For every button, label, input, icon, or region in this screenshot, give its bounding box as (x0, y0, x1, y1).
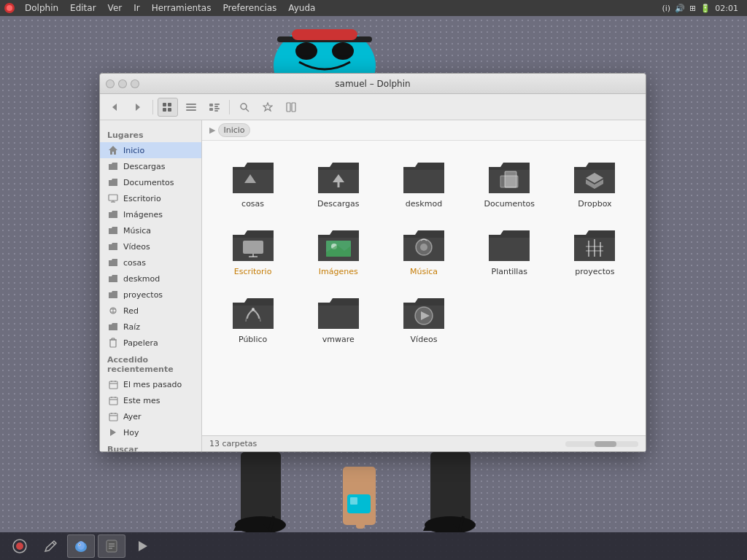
folder-label: proyectos (575, 267, 614, 276)
folder-cosas[interactable]: cosas (214, 152, 292, 213)
folder-label: Público (239, 335, 267, 344)
folder-plantillas[interactable]: Plantillas (471, 220, 549, 281)
list-view-button[interactable] (181, 98, 201, 117)
sidebar-item-cosas[interactable]: cosas (100, 254, 201, 271)
sidebar-item-documentos[interactable]: Documentos (100, 174, 201, 190)
svg-rect-5 (168, 103, 171, 106)
calendar-icon (107, 394, 119, 406)
volume-icon: 🔊 (675, 4, 685, 13)
svg-rect-20 (287, 103, 290, 112)
back-button[interactable] (104, 98, 125, 117)
sidebar-item-este-mes[interactable]: Este mes (100, 392, 201, 408)
folder-icon (107, 257, 119, 268)
taskbar-play[interactable] (128, 534, 156, 558)
taskbar-pencil[interactable] (36, 534, 64, 558)
taskbar-dolphin[interactable] (67, 534, 95, 558)
play-icon (107, 427, 119, 438)
menu-ir[interactable]: Ir (128, 1, 145, 15)
folder-icon (107, 273, 119, 284)
svg-point-93 (77, 541, 85, 550)
sidebar-item-deskmod[interactable]: deskmod (100, 271, 201, 287)
taskbar (0, 532, 747, 560)
window-toolbar (100, 94, 646, 120)
folder-imagenes[interactable]: Imágenes (299, 220, 377, 281)
menubar-right: (i) 🔊 ⊞ 🔋 02:01 (662, 4, 744, 13)
search-button[interactable] (234, 98, 255, 117)
sidebar-label: Escritorio (123, 194, 161, 203)
close-button[interactable] (106, 79, 115, 88)
menu-herramientas[interactable]: Herramientas (146, 1, 217, 15)
folder-label: Vídeos (411, 335, 438, 344)
scrollbar[interactable] (565, 441, 638, 447)
folder-icon (107, 160, 119, 172)
svg-rect-11 (209, 104, 213, 106)
maximize-button[interactable] (131, 79, 139, 88)
folder-icon (107, 241, 119, 252)
svg-marker-2 (112, 104, 117, 111)
svg-marker-19 (263, 103, 272, 111)
sidebar-section-recientes: Accedido recientemente (100, 351, 201, 376)
folder-dropbox[interactable]: Dropbox (556, 152, 634, 213)
menu-editar[interactable]: Editar (64, 1, 102, 15)
sidebar-item-mes-pasado[interactable]: El mes pasado (100, 376, 201, 392)
sidebar-label: Raíz (123, 322, 140, 332)
forward-button[interactable] (128, 98, 148, 117)
folder-descargas[interactable]: Descargas (299, 152, 377, 213)
svg-point-95 (79, 544, 80, 545)
window-buttons (106, 79, 139, 88)
sidebar-item-papelera[interactable]: Papelera (100, 335, 201, 351)
bookmarks-button[interactable] (258, 98, 278, 117)
sidebar-item-red[interactable]: Red (100, 303, 201, 319)
folder-label: cosas (241, 199, 264, 209)
taskbar-file[interactable] (98, 534, 125, 558)
sidebar-label: Este mes (123, 396, 160, 405)
sidebar-item-videos[interactable]: Vídeos (100, 238, 201, 254)
sidebar-item-imagenes[interactable]: Imágenes (100, 206, 201, 222)
sidebar-label: Vídeos (123, 242, 150, 252)
taskbar-record[interactable] (6, 534, 34, 558)
sidebar-label: Descargas (123, 162, 166, 171)
sidebar-item-musica[interactable]: Música (100, 222, 201, 238)
sidebar-item-ayer[interactable]: Ayer (100, 408, 201, 424)
folder-deskmod[interactable]: deskmod (384, 152, 462, 213)
folder-escritorio[interactable]: Escritorio (214, 220, 292, 281)
svg-point-63 (420, 244, 427, 251)
svg-point-69 (252, 308, 255, 311)
icons-view-button[interactable] (158, 98, 178, 117)
folder-documentos[interactable]: Documentos (471, 152, 549, 213)
menu-dolphin[interactable]: Dolphin (19, 1, 64, 15)
sidebar-item-escritorio[interactable]: Escritorio (100, 190, 201, 206)
folder-proyectos[interactable]: proyectos (556, 220, 634, 281)
sidebar-section-lugares: Lugares (100, 126, 201, 142)
svg-rect-16 (214, 110, 218, 112)
panels-button[interactable] (281, 98, 301, 117)
sidebar-item-hoy[interactable]: Hoy (100, 424, 201, 440)
svg-marker-47 (110, 429, 116, 436)
sidebar-label: cosas (123, 258, 146, 268)
folder-videos[interactable]: Vídeos (384, 288, 462, 349)
svg-point-17 (241, 104, 247, 109)
menu-preferencias[interactable]: Preferencias (217, 1, 282, 15)
sidebar-item-descargas[interactable]: Descargas (100, 158, 201, 174)
toolbar-sep-1 (152, 100, 153, 114)
window-title: samuel – Dolphin (335, 79, 410, 89)
sidebar-item-proyectos[interactable]: proyectos (100, 287, 201, 303)
folder-label: Escritorio (234, 267, 272, 276)
menu-ayuda[interactable]: Ayuda (282, 1, 321, 15)
folder-icon (107, 321, 119, 332)
sidebar-item-raiz[interactable]: Raíz (100, 319, 201, 335)
sidebar-label: Música (123, 226, 151, 236)
details-view-button[interactable] (204, 98, 225, 117)
folder-label: deskmod (406, 199, 442, 209)
menu-ver[interactable]: Ver (102, 1, 128, 15)
battery-icon: 🔋 (700, 4, 711, 13)
breadcrumb-inicio[interactable]: Inicio (218, 123, 249, 137)
svg-rect-6 (163, 108, 166, 112)
folder-publico[interactable]: Público (214, 288, 292, 349)
file-grid: cosas Descargas (202, 141, 646, 435)
sidebar-item-inicio[interactable]: Inicio (100, 142, 201, 158)
sidebar-label: El mes pasado (123, 380, 182, 389)
folder-vmware[interactable]: vmware (299, 288, 377, 349)
folder-musica[interactable]: Música (384, 220, 462, 281)
minimize-button[interactable] (118, 79, 127, 88)
